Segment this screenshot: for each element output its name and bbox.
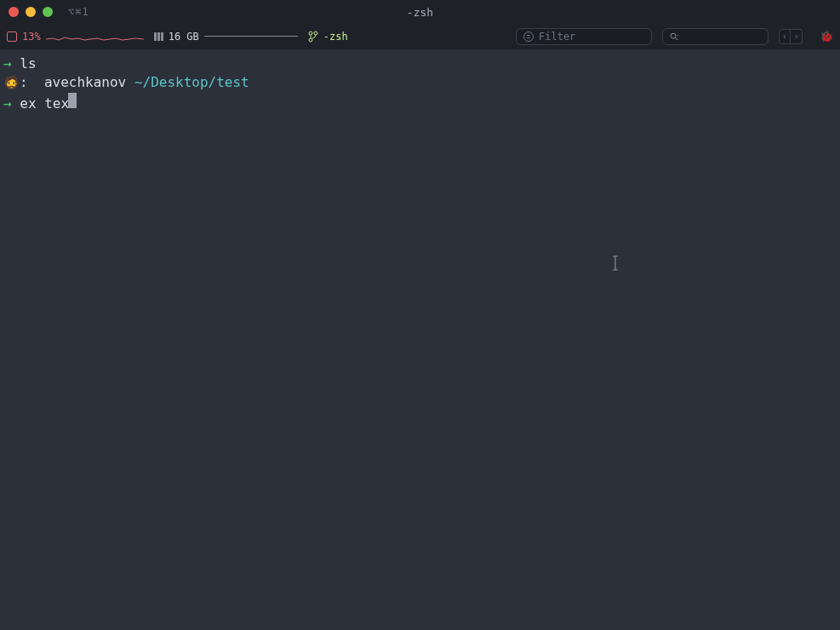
terminal-line: → ls [3,54,837,73]
svg-point-1 [314,32,317,35]
cpu-status: 13% [7,31,144,43]
search-input[interactable] [683,31,761,43]
search-prev-button[interactable]: ‹ [779,29,791,44]
ram-line [204,36,298,37]
current-input-line: → ex tex [3,93,837,113]
branch-status: -zsh [308,31,348,43]
command-text: ls [20,54,36,73]
status-bar: 13% 16 GB -zsh ‹ [0,24,840,49]
window-titlebar: ⌥⌘1 -zsh [0,0,840,24]
tab-shortcut-indicator: ⌥⌘1 [68,6,89,18]
traffic-lights [9,7,53,17]
prompt-line: 🧔: avechkanov ~/Desktop/test [3,73,837,92]
prompt-emoji: 🧔 [3,74,20,92]
prompt-colon: : [20,73,28,92]
cpu-percent: 13% [22,31,41,43]
cpu-icon [7,32,17,42]
terminal-cursor [68,93,77,108]
text-cursor-icon [609,255,621,274]
ram-icon [154,32,163,41]
git-branch-icon [308,31,318,43]
maximize-window-button[interactable] [43,7,53,17]
close-window-button[interactable] [9,7,19,17]
terminal-content[interactable]: → ls 🧔: avechkanov ~/Desktop/test → ex t… [0,49,840,118]
svg-point-0 [309,32,312,35]
current-command: ex tex [20,94,69,113]
filter-input[interactable] [539,31,644,43]
prompt-user: avechkanov [44,73,126,92]
filter-icon [523,32,534,42]
filter-box[interactable] [516,28,652,45]
search-nav-buttons: ‹ › [779,29,803,44]
minimize-window-button[interactable] [26,7,36,17]
ram-status: 16 GB [154,31,298,43]
search-icon [670,32,678,41]
svg-point-3 [671,33,676,38]
svg-point-2 [309,38,312,42]
window-title: -zsh [407,6,433,19]
cpu-sparkline [46,31,144,43]
prompt-arrow: → [3,94,12,113]
bug-icon[interactable]: 🐞 [820,30,833,43]
branch-name: -zsh [323,31,348,43]
search-box[interactable] [662,28,769,45]
prompt-path: ~/Desktop/test [134,73,249,92]
svg-line-4 [675,37,677,40]
search-next-button[interactable]: › [791,29,803,44]
ram-size: 16 GB [169,31,199,43]
prompt-arrow: → [3,54,12,73]
